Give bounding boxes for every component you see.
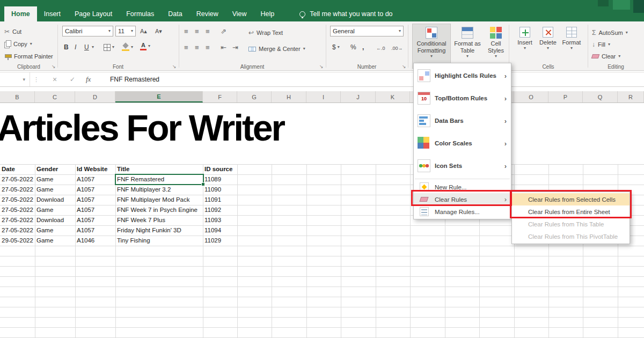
table-cell[interactable]: 11089 <box>203 174 237 185</box>
menu-item-top-bottom-rules[interactable]: Top/Bottom Rules › <box>414 87 511 109</box>
column-header-I[interactable]: I <box>306 91 341 102</box>
format-painter-button[interactable]: Format Painter <box>4 52 53 61</box>
menu-item-manage-rules[interactable]: Manage Rules... <box>414 205 511 218</box>
menu-item-color-scales[interactable]: Color Scales › <box>414 132 511 155</box>
table-cell[interactable]: 27-05-2022 <box>0 185 35 195</box>
submenu-item-clear-rules-selected-cells[interactable]: Clear Rules from Selected Cells <box>512 193 630 205</box>
table-cell[interactable]: Game <box>35 205 75 215</box>
format-as-table-button[interactable]: Format as Table ▾ <box>452 24 483 69</box>
align-left-button[interactable]: ≡ <box>183 42 189 53</box>
orientation-button[interactable]: ⇗ <box>219 26 228 36</box>
copy-button[interactable]: Copy ▾ <box>4 39 32 49</box>
table-cell[interactable]: Game <box>35 185 75 195</box>
sheet-title-cell[interactable]: Articles For Writer <box>0 109 284 146</box>
tab-page-layout[interactable]: Page Layout <box>68 6 119 21</box>
active-cell-selection[interactable] <box>115 174 204 185</box>
table-cell[interactable]: FNF Multiplayer 3.2 <box>115 185 203 195</box>
table-cell[interactable]: Game <box>35 236 75 246</box>
decrease-decimal-button[interactable]: .00→ <box>390 43 404 54</box>
underline-button[interactable]: U <box>83 42 90 53</box>
table-cell[interactable]: Download <box>35 215 75 225</box>
tab-help[interactable]: Help <box>254 6 282 21</box>
table-cell[interactable]: FNF Multiplayer Mod Pack <box>115 195 203 205</box>
font-color-button[interactable]: A ▾ <box>139 41 151 52</box>
table-cell[interactable]: 27-05-2022 <box>0 174 35 185</box>
table-cell[interactable]: FNF Week 7 Plus <box>115 215 203 225</box>
column-header-J[interactable]: J <box>341 91 376 102</box>
decrease-font-size-button[interactable]: A▾ <box>154 26 163 36</box>
alignment-dialog-launcher-icon[interactable]: ↘ <box>319 64 324 69</box>
column-header-H[interactable]: H <box>272 91 306 102</box>
comma-style-button[interactable]: , <box>361 42 365 53</box>
delete-cells-button[interactable]: Delete ▾ <box>537 24 559 69</box>
column-header-G[interactable]: G <box>237 91 272 102</box>
tab-insert[interactable]: Insert <box>37 6 68 21</box>
table-cell[interactable]: 27-05-2022 <box>0 225 35 236</box>
column-header-P[interactable]: P <box>548 91 583 102</box>
table-cell[interactable]: 29-05-2022 <box>0 236 35 246</box>
column-header-R[interactable]: R <box>618 91 644 102</box>
merge-center-button[interactable]: Merge & Center ▾ <box>248 44 305 54</box>
table-cell[interactable]: A1057 <box>75 215 115 225</box>
fill-color-button[interactable]: ▾ <box>121 42 134 53</box>
menu-item-clear-rules[interactable]: Clear Rules › <box>414 193 511 205</box>
align-center-button[interactable]: ≡ <box>194 42 200 53</box>
align-top-button[interactable]: ≡ <box>183 26 189 36</box>
menu-item-new-rule[interactable]: New Rule... <box>414 181 511 193</box>
font-name-select[interactable]: Calibri ▾ <box>62 26 113 36</box>
menu-item-highlight-cells-rules[interactable]: Highlight Cells Rules › <box>414 64 511 87</box>
column-header-K[interactable]: K <box>376 91 410 102</box>
table-cell[interactable]: 11094 <box>203 225 237 236</box>
menu-item-data-bars[interactable]: Data Bars › <box>414 109 511 132</box>
fill-button[interactable]: ↓ Fill ▾ <box>592 40 610 49</box>
column-header-Q[interactable]: Q <box>583 91 618 102</box>
column-header-F[interactable]: F <box>203 91 237 102</box>
table-cell[interactable]: 11090 <box>203 185 237 195</box>
clear-button[interactable]: Clear ▾ <box>592 52 620 61</box>
insert-function-icon[interactable]: fx <box>86 72 91 86</box>
column-header-C[interactable]: C <box>35 91 75 102</box>
column-header-D[interactable]: D <box>75 91 115 102</box>
name-box[interactable]: ▾ <box>0 72 30 86</box>
column-header-B[interactable]: B <box>0 91 35 102</box>
percent-style-button[interactable]: % <box>349 42 357 53</box>
number-dialog-launcher-icon[interactable]: ↘ <box>402 64 406 69</box>
table-cell[interactable]: A1057 <box>75 225 115 236</box>
table-cell[interactable]: 11029 <box>203 236 237 246</box>
tell-me-box[interactable]: Tell me what you want to do <box>294 6 398 21</box>
tab-review[interactable]: Review <box>189 6 225 21</box>
table-cell[interactable]: A1057 <box>75 195 115 205</box>
increase-font-size-button[interactable]: A▴ <box>139 26 148 36</box>
table-cell[interactable]: A1057 <box>75 205 115 215</box>
decrease-indent-button[interactable]: ⇤ <box>219 42 228 53</box>
table-cell[interactable]: A1057 <box>75 185 115 195</box>
table-cell[interactable]: 11093 <box>203 215 237 225</box>
number-format-select[interactable]: General ▾ <box>330 26 404 36</box>
conditional-formatting-button[interactable]: Conditional Formatting ▾ <box>412 24 451 69</box>
bold-button[interactable]: B <box>63 42 70 53</box>
table-cell[interactable]: Tiny Fishing <box>115 236 203 246</box>
table-header-gender[interactable]: Gender <box>35 164 75 174</box>
table-header-id-source[interactable]: ID source <box>203 164 237 174</box>
tab-data[interactable]: Data <box>161 6 189 21</box>
tab-view[interactable]: View <box>225 6 254 21</box>
menu-item-icon-sets[interactable]: Icon Sets › <box>414 155 511 177</box>
italic-button[interactable]: I <box>74 42 77 53</box>
enter-icon[interactable]: ✓ <box>70 72 75 86</box>
format-cells-button[interactable]: Format ▾ <box>560 24 583 69</box>
column-header-E-selected[interactable]: E <box>115 91 203 102</box>
align-bottom-button[interactable]: ≡ <box>204 26 211 36</box>
align-middle-button[interactable]: ≡ <box>194 26 200 36</box>
font-size-select[interactable]: 11 ▾ <box>115 26 136 36</box>
cancel-icon[interactable]: × <box>53 72 57 86</box>
font-dialog-launcher-icon[interactable]: ↘ <box>172 64 177 69</box>
table-cell[interactable]: FNF Week 7 in Psych Engine <box>115 205 203 215</box>
clipboard-dialog-launcher-icon[interactable]: ↘ <box>52 64 56 69</box>
table-cell[interactable]: 27-05-2022 <box>0 215 35 225</box>
table-cell[interactable]: 11092 <box>203 205 237 215</box>
increase-indent-button[interactable]: ⇥ <box>231 42 239 53</box>
tab-formulas[interactable]: Formulas <box>119 6 161 21</box>
tab-home[interactable]: Home <box>4 6 37 21</box>
table-header-id-website[interactable]: Id Website <box>75 164 115 174</box>
table-cell[interactable]: A1046 <box>75 236 115 246</box>
